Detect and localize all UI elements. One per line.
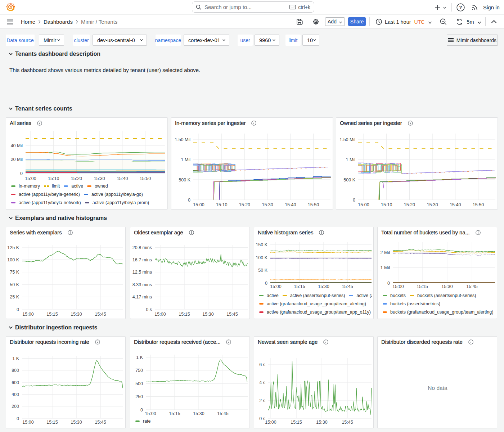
- svg-text:15:00: 15:00: [145, 411, 156, 416]
- svg-text:0: 0: [140, 408, 143, 413]
- svg-text:0: 0: [387, 281, 390, 286]
- svg-text:15:50: 15:50: [140, 176, 151, 181]
- svg-text:40 Mil: 40 Mil: [11, 143, 23, 148]
- svg-text:1 K: 1 K: [12, 356, 19, 361]
- svg-text:15:10: 15:10: [381, 202, 392, 207]
- svg-text:12.5 mins: 12.5 mins: [132, 270, 152, 275]
- svg-text:15:00: 15:00: [358, 202, 369, 207]
- svg-text:15:30: 15:30: [441, 284, 453, 289]
- svg-text:15:15: 15:15: [179, 312, 190, 317]
- svg-text:15:45: 15:45: [95, 312, 106, 317]
- svg-text:15:00: 15:00: [265, 420, 276, 425]
- svg-text:15:45: 15:45: [95, 420, 106, 425]
- svg-text:?: ?: [459, 5, 462, 10]
- svg-text:75 K: 75 K: [10, 270, 19, 275]
- svg-text:500 K: 500 K: [179, 177, 190, 183]
- svg-text:15:45: 15:45: [466, 284, 477, 289]
- svg-text:100 K: 100 K: [7, 257, 19, 262]
- svg-text:15:30: 15:30: [94, 176, 105, 181]
- svg-text:0: 0: [353, 198, 355, 203]
- svg-text:15:45: 15:45: [226, 312, 238, 317]
- svg-text:4.17 mins: 4.17 mins: [132, 294, 152, 300]
- svg-text:500 K: 500 K: [343, 177, 355, 183]
- svg-text:125 K: 125 K: [7, 245, 19, 250]
- svg-text:500: 500: [135, 381, 143, 386]
- svg-text:20 Mil: 20 Mil: [11, 157, 23, 162]
- svg-text:15:30: 15:30: [318, 284, 329, 289]
- svg-text:750: 750: [135, 368, 143, 373]
- svg-text:15:15: 15:15: [294, 284, 305, 289]
- svg-text:6 s: 6 s: [259, 362, 265, 367]
- svg-text:15:00: 15:00: [25, 176, 36, 181]
- svg-text:600: 600: [12, 380, 19, 385]
- svg-text:8.33 mins: 8.33 mins: [132, 282, 152, 287]
- svg-text:0: 0: [17, 307, 19, 312]
- svg-text:1.50 Mil: 1.50 Mil: [175, 137, 190, 142]
- svg-text:15:20: 15:20: [239, 202, 250, 207]
- svg-text:400: 400: [12, 392, 19, 397]
- svg-text:15:30: 15:30: [71, 312, 82, 317]
- svg-text:0 s: 0 s: [146, 307, 152, 312]
- svg-text:2 Mil: 2 Mil: [381, 250, 390, 255]
- svg-text:15:30: 15:30: [427, 202, 438, 207]
- svg-text:50 K: 50 K: [258, 268, 267, 273]
- svg-text:1 Mil: 1 Mil: [381, 265, 390, 270]
- svg-text:15:30: 15:30: [202, 312, 213, 317]
- svg-text:0: 0: [20, 171, 23, 176]
- svg-text:15:10: 15:10: [216, 202, 227, 207]
- svg-text:250: 250: [135, 394, 143, 399]
- svg-text:1 Mil: 1 Mil: [181, 157, 190, 162]
- svg-text:15:10: 15:10: [48, 176, 59, 181]
- svg-text:15:00: 15:00: [22, 312, 33, 317]
- svg-text:15:15: 15:15: [291, 420, 302, 425]
- svg-text:15:30: 15:30: [71, 420, 82, 425]
- svg-text:0: 0: [17, 416, 19, 421]
- svg-text:15:45: 15:45: [342, 284, 353, 289]
- svg-text:15:50: 15:50: [308, 202, 319, 207]
- svg-text:0: 0: [265, 281, 267, 286]
- svg-text:15:00: 15:00: [270, 284, 281, 289]
- svg-text:15:00: 15:00: [193, 202, 204, 207]
- svg-text:15:20: 15:20: [404, 202, 415, 207]
- svg-text:15:45: 15:45: [342, 420, 353, 425]
- svg-text:15:00: 15:00: [22, 420, 33, 425]
- svg-text:15:30: 15:30: [316, 420, 327, 425]
- svg-text:1 Mil: 1 Mil: [346, 157, 355, 162]
- svg-text:15:15: 15:15: [46, 420, 58, 425]
- svg-text:15:40: 15:40: [450, 202, 461, 207]
- svg-text:15:30: 15:30: [262, 202, 273, 207]
- svg-text:15:15: 15:15: [417, 284, 428, 289]
- svg-text:200: 200: [12, 404, 19, 409]
- svg-text:1.50 Mil: 1.50 Mil: [339, 137, 355, 142]
- svg-text:4 s: 4 s: [259, 380, 265, 385]
- svg-text:100 K: 100 K: [256, 255, 267, 260]
- svg-text:15:15: 15:15: [46, 312, 58, 317]
- svg-text:20.8 mins: 20.8 mins: [132, 245, 152, 250]
- svg-text:15:45: 15:45: [217, 411, 228, 416]
- svg-text:0 s: 0 s: [259, 416, 265, 421]
- svg-text:15:40: 15:40: [117, 176, 128, 181]
- svg-text:15:15: 15:15: [169, 411, 180, 416]
- svg-text:0: 0: [188, 198, 190, 203]
- svg-text:50 K: 50 K: [10, 282, 19, 287]
- svg-text:1 K: 1 K: [136, 355, 143, 360]
- svg-text:2 s: 2 s: [259, 398, 265, 403]
- svg-text:150 K: 150 K: [256, 242, 267, 247]
- svg-text:15:20: 15:20: [71, 176, 82, 181]
- svg-text:25 K: 25 K: [10, 294, 19, 300]
- svg-text:15:00: 15:00: [392, 284, 404, 289]
- svg-text:15:30: 15:30: [193, 411, 204, 416]
- svg-text:800: 800: [12, 368, 19, 373]
- svg-text:15:50: 15:50: [473, 202, 484, 207]
- svg-text:15:00: 15:00: [154, 312, 166, 317]
- svg-text:16.7 mins: 16.7 mins: [132, 257, 152, 262]
- svg-text:15:40: 15:40: [285, 202, 296, 207]
